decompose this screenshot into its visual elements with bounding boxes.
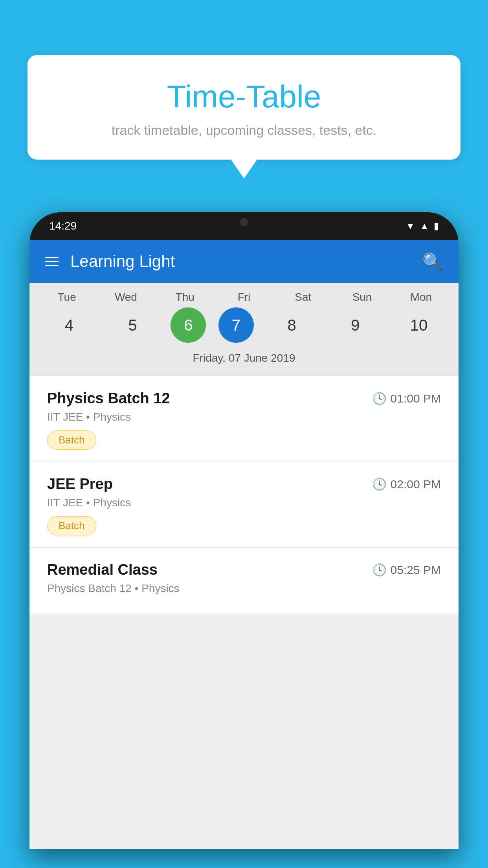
day-label-mon: Mon	[396, 291, 447, 303]
calendar-strip: Tue Wed Thu Fri Sat Sun Mon 4 5 6 7 8 9 …	[29, 283, 459, 376]
class-time-1: 🕓 01:00 PM	[372, 392, 441, 405]
class-item-3-header: Remedial Class 🕓 05:25 PM	[47, 561, 441, 578]
battery-icon: ▮	[434, 221, 439, 232]
class-item-2[interactable]: JEE Prep 🕓 02:00 PM IIT JEE • Physics Ba…	[29, 462, 459, 548]
signal-icon: ▲	[420, 221, 429, 232]
selected-date-label: Friday, 07 June 2019	[29, 349, 459, 372]
day-8[interactable]: 8	[266, 307, 317, 343]
bubble-title: Time-Table	[47, 79, 441, 115]
day-label-wed: Wed	[100, 291, 151, 303]
day-6-today[interactable]: 6	[171, 307, 206, 343]
class-meta-2: IIT JEE • Physics	[47, 497, 441, 509]
search-icon[interactable]: 🔍	[422, 252, 443, 271]
class-name-1: Physics Batch 12	[47, 390, 170, 407]
status-bar: 14:29 ▼ ▲ ▮	[29, 212, 459, 240]
class-item-2-header: JEE Prep 🕓 02:00 PM	[47, 476, 441, 493]
app-header: Learning Light 🔍	[29, 240, 459, 283]
menu-button[interactable]	[45, 257, 59, 266]
day-headers: Tue Wed Thu Fri Sat Sun Mon	[29, 291, 459, 307]
phone-notch	[216, 212, 272, 232]
batch-badge-1: Batch	[47, 430, 96, 450]
class-item-1-header: Physics Batch 12 🕓 01:00 PM	[47, 390, 441, 407]
day-4[interactable]: 4	[44, 307, 95, 343]
clock-icon-2: 🕓	[372, 477, 387, 491]
clock-icon-3: 🕓	[372, 563, 387, 577]
class-list: Physics Batch 12 🕓 01:00 PM IIT JEE • Ph…	[29, 376, 459, 614]
class-name-3: Remedial Class	[47, 561, 158, 578]
class-meta-1: IIT JEE • Physics	[47, 411, 441, 423]
class-time-2: 🕓 02:00 PM	[372, 477, 441, 491]
class-meta-3: Physics Batch 12 • Physics	[47, 582, 441, 595]
day-label-thu: Thu	[160, 291, 211, 303]
day-5[interactable]: 5	[107, 307, 158, 343]
day-9[interactable]: 9	[330, 307, 381, 343]
day-label-sat: Sat	[277, 291, 328, 303]
batch-badge-2: Batch	[47, 516, 96, 535]
day-label-tue: Tue	[41, 291, 92, 303]
class-item-1[interactable]: Physics Batch 12 🕓 01:00 PM IIT JEE • Ph…	[29, 376, 459, 462]
app-title: Learning Light	[70, 252, 422, 271]
class-name-2: JEE Prep	[47, 476, 113, 493]
day-10[interactable]: 10	[393, 307, 444, 343]
day-numbers: 4 5 6 7 8 9 10	[29, 307, 459, 349]
class-time-3: 🕓 05:25 PM	[372, 563, 441, 577]
app-screen: Learning Light 🔍 Tue Wed Thu Fri Sat Sun…	[29, 240, 459, 849]
bubble-subtitle: track timetable, upcoming classes, tests…	[47, 123, 441, 138]
class-item-3[interactable]: Remedial Class 🕓 05:25 PM Physics Batch …	[29, 548, 459, 614]
camera	[240, 218, 248, 226]
phone-frame: 14:29 ▼ ▲ ▮ Learning Light 🔍	[29, 212, 459, 849]
day-7-selected[interactable]: 7	[218, 307, 254, 343]
speech-bubble: Time-Table track timetable, upcoming cla…	[28, 55, 460, 160]
day-label-sun: Sun	[337, 291, 388, 303]
status-icons: ▼ ▲ ▮	[405, 221, 439, 232]
clock-icon-1: 🕓	[372, 392, 387, 405]
day-label-fri: Fri	[218, 291, 270, 303]
wifi-icon: ▼	[405, 221, 415, 232]
speech-bubble-container: Time-Table track timetable, upcoming cla…	[28, 55, 460, 160]
phone-wrapper: 14:29 ▼ ▲ ▮ Learning Light 🔍	[29, 212, 459, 868]
status-time: 14:29	[49, 220, 77, 232]
